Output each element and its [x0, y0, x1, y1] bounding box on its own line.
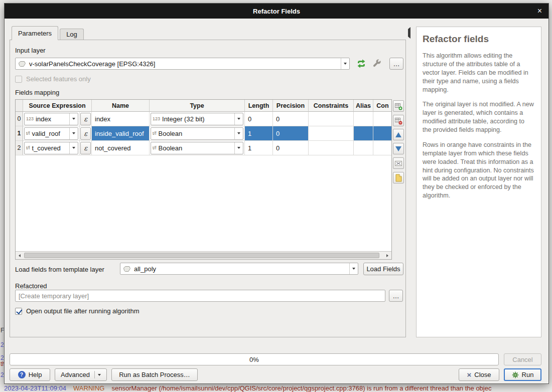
collapse-help-panel-button[interactable]	[408, 29, 410, 37]
advanced-button[interactable]: Advanced	[55, 368, 107, 381]
chevron-left-icon	[408, 27, 410, 39]
constraints-cell[interactable]	[309, 141, 354, 155]
dropdown-arrow[interactable]	[69, 142, 78, 154]
scrollbar-thumb[interactable]	[24, 253, 379, 258]
constraints-cell[interactable]	[309, 112, 354, 126]
close-button[interactable]: × Close	[459, 368, 499, 381]
col-name[interactable]: Name	[92, 100, 150, 112]
output-browse-button[interactable]: …	[389, 290, 403, 302]
tab-log[interactable]: Log	[60, 29, 84, 40]
template-layer-combobox[interactable]: all_poly	[120, 263, 358, 275]
col-alias[interactable]: Alias	[354, 100, 373, 112]
type-value: Boolean	[159, 130, 183, 137]
dropdown-arrow[interactable]	[234, 142, 243, 154]
constraints-cell[interactable]	[309, 126, 354, 141]
type-combobox[interactable]: t/f Boolean	[151, 142, 243, 154]
comment-cell[interactable]	[373, 112, 392, 126]
close-window-icon[interactable]: ×	[537, 6, 542, 16]
type-value: Boolean	[159, 144, 183, 152]
arrow-down-icon	[395, 146, 401, 151]
name-cell[interactable]: index	[92, 112, 150, 126]
wrench-settings-button[interactable]	[372, 59, 382, 69]
col-type[interactable]: Type	[150, 100, 245, 112]
row-number[interactable]: 2	[16, 141, 23, 155]
add-field-button[interactable]	[393, 100, 404, 112]
row-number[interactable]: 1	[16, 126, 23, 141]
chevron-down-icon	[72, 132, 75, 134]
clear-fields-button[interactable]	[393, 157, 404, 169]
load-fields-button[interactable]: Load Fields	[363, 263, 403, 275]
table-row-selected: 1 t/f valid_roof ε inside_valid_roof t/f…	[16, 126, 391, 141]
input-layer-combobox[interactable]: v-solarPanelsCheckCoverage [EPSG:4326]	[15, 58, 350, 70]
col-precision[interactable]: Precision	[273, 100, 309, 112]
length-cell[interactable]: 1	[245, 126, 273, 141]
row-number[interactable]: 0	[16, 112, 23, 126]
comment-cell[interactable]	[373, 141, 392, 155]
expression-editor-button[interactable]: ε	[80, 142, 91, 154]
alias-cell[interactable]	[354, 126, 373, 141]
window-title: Refactor Fields	[253, 8, 300, 15]
polygon-layer-icon	[18, 61, 26, 67]
source-expression-combobox[interactable]: 123 index	[24, 113, 78, 125]
dropdown-arrow[interactable]	[341, 58, 349, 69]
col-comment[interactable]: Con	[373, 100, 392, 112]
type-combobox[interactable]: t/f Boolean	[151, 127, 243, 140]
move-field-up-button[interactable]	[393, 129, 404, 140]
help-paragraph: The original layer is not modified. A ne…	[423, 100, 535, 134]
tab-parameters-label: Parameters	[18, 30, 52, 37]
horizontal-scrollbar[interactable]	[16, 251, 391, 259]
col-length[interactable]: Length	[245, 100, 273, 112]
source-expression-combobox[interactable]: t/f valid_roof	[24, 127, 78, 140]
selected-features-label: Selected features only	[26, 75, 91, 83]
dropdown-arrow[interactable]	[234, 128, 243, 139]
boolean-field-icon: t/f	[153, 145, 157, 150]
alias-cell[interactable]	[354, 141, 373, 155]
col-source-expression[interactable]: Source Expression	[23, 100, 92, 112]
delete-field-button[interactable]	[393, 115, 404, 126]
source-expression-combobox[interactable]: t/f t_covered	[24, 142, 78, 154]
load-fields-icon	[395, 174, 402, 182]
output-destination-field[interactable]: [Create temporary layer]	[15, 290, 385, 302]
expression-editor-button[interactable]: ε	[80, 113, 91, 125]
chevron-down-icon	[72, 118, 75, 120]
scroll-left-button[interactable]	[16, 252, 24, 259]
dropdown-arrow[interactable]	[69, 113, 78, 125]
tab-log-label: Log	[66, 31, 77, 38]
name-cell[interactable]: inside_valid_roof	[92, 126, 150, 141]
title-bar[interactable]: Refactor Fields ×	[5, 4, 548, 19]
input-layer-value: v-solarPanelsCheckCoverage [EPSG:4326]	[29, 60, 155, 68]
length-cell[interactable]: 0	[245, 112, 273, 126]
type-cell: 123 Integer (32 bit)	[150, 112, 245, 126]
move-field-down-button[interactable]	[393, 143, 404, 154]
col-constraints[interactable]: Constraints	[309, 100, 354, 112]
template-layer-value: all_poly	[134, 265, 156, 273]
scroll-right-button[interactable]	[383, 252, 391, 259]
table-header-row: Source Expression Name Type Length Preci…	[16, 100, 391, 112]
iterate-layer-button[interactable]	[356, 58, 367, 69]
tab-parameters[interactable]: Parameters	[12, 26, 58, 40]
cancel-button[interactable]: Cancel	[504, 353, 541, 365]
chevron-down-icon	[98, 374, 101, 376]
precision-cell[interactable]: 0	[273, 126, 309, 141]
open-output-checkbox[interactable]	[15, 308, 22, 315]
name-cell[interactable]: not_covered	[92, 141, 150, 155]
precision-cell[interactable]: 0	[273, 141, 309, 155]
dropdown-arrow[interactable]	[349, 263, 358, 274]
load-fields-from-layer-button[interactable]	[393, 172, 404, 183]
dropdown-arrow[interactable]	[69, 128, 78, 139]
length-cell[interactable]: 1	[245, 141, 273, 155]
fields-mapping-table[interactable]: Source Expression Name Type Length Preci…	[15, 99, 392, 260]
log-message: sensorManager (/home/ismailsunni/dev/cpp…	[111, 384, 491, 392]
help-button[interactable]: ? Help	[10, 368, 50, 381]
run-as-batch-button[interactable]: Run as Batch Process…	[111, 368, 198, 381]
selected-features-checkbox[interactable]	[15, 76, 22, 83]
precision-cell[interactable]: 0	[273, 112, 309, 126]
expression-editor-button[interactable]: ε	[80, 127, 91, 140]
dropdown-arrow[interactable]	[234, 113, 243, 125]
alias-cell[interactable]	[354, 112, 373, 126]
input-browse-button[interactable]: …	[389, 58, 403, 70]
log-timestamp: 2023-04-23T11:09:04	[4, 384, 66, 392]
type-combobox[interactable]: 123 Integer (32 bit)	[151, 113, 243, 125]
comment-cell[interactable]	[373, 126, 392, 141]
run-button[interactable]: Run	[504, 368, 541, 381]
